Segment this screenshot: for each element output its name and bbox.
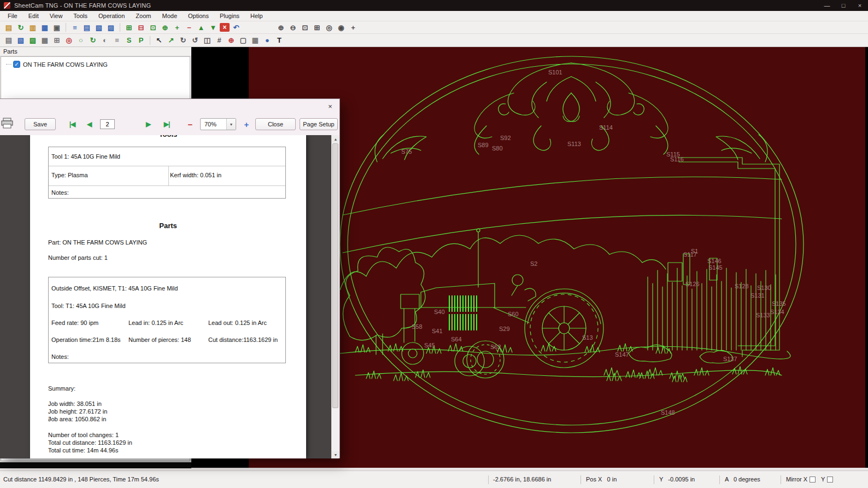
dialog-title-bar[interactable]: ×: [0, 99, 339, 113]
mirror-y-label: Y: [821, 476, 825, 483]
path-start-icon[interactable]: ○: [75, 36, 86, 45]
menu-tools[interactable]: Tools: [68, 11, 93, 21]
zoom-out-button[interactable]: −: [185, 118, 196, 130]
menu-view[interactable]: View: [44, 11, 68, 21]
duplicate-part-icon[interactable]: ⊡: [148, 22, 159, 32]
operations-list-icon[interactable]: ▨: [105, 22, 116, 32]
print-icon[interactable]: [1, 118, 13, 130]
save-button[interactable]: Save: [25, 118, 56, 130]
import-part-icon[interactable]: ⊕: [160, 22, 171, 32]
mirror-x-checkbox[interactable]: [810, 477, 816, 483]
show-toolpaths-icon[interactable]: ▨: [27, 36, 38, 45]
sheetcam-logo-icon: [4, 2, 10, 9]
menu-options[interactable]: Options: [183, 11, 214, 21]
first-page-button[interactable]: |◀: [65, 118, 79, 130]
dialog-close-icon[interactable]: ×: [325, 102, 336, 111]
mirror-part-icon[interactable]: ◫: [202, 36, 213, 45]
menu-plugins[interactable]: Plugins: [214, 11, 245, 21]
undo-icon[interactable]: ↶: [231, 22, 242, 32]
zoom-material-icon[interactable]: ◉: [336, 22, 347, 32]
move-down-icon[interactable]: ▼: [208, 22, 219, 32]
rotate-ccw-icon[interactable]: ↺: [190, 36, 201, 45]
save-job-icon[interactable]: ▦: [39, 22, 50, 32]
measure-icon[interactable]: #: [214, 36, 225, 45]
remove-part-icon[interactable]: ⊟: [136, 22, 146, 32]
menu-zoom[interactable]: Zoom: [130, 11, 156, 21]
last-page-button[interactable]: ▶|: [160, 118, 174, 130]
next-page-button[interactable]: ▶: [142, 118, 154, 130]
show-origin-icon[interactable]: ◎: [63, 36, 74, 45]
preview-scrollbar[interactable]: ▲ ▼: [331, 135, 339, 458]
path-tool-icon[interactable]: P: [136, 36, 146, 45]
add-operation-icon[interactable]: +: [172, 22, 183, 32]
zoom-out-icon[interactable]: ⊖: [288, 22, 298, 32]
path-label: S135: [772, 300, 786, 307]
status-separator: [719, 475, 720, 484]
material-options-icon[interactable]: ▤: [81, 22, 92, 32]
feed-rate: Feed rate: 90 ipm: [51, 319, 98, 326]
path-label: S145: [708, 264, 723, 271]
path-label: S80: [492, 145, 503, 152]
select-contour-icon[interactable]: ↗: [166, 36, 177, 45]
zoom-drawing-icon[interactable]: ◎: [324, 22, 335, 32]
scrollbar-thumb[interactable]: [332, 143, 338, 408]
zoom-in-icon[interactable]: ⊕: [275, 22, 286, 32]
move-up-icon[interactable]: ▲: [196, 22, 207, 32]
tool-info-box: Tool 1: 45A 10G Fine Mild Type: Plasma K…: [48, 147, 286, 199]
zoom-level-select[interactable]: 70% ▼: [200, 118, 236, 130]
page-setup-button[interactable]: Page Setup: [300, 118, 338, 130]
show-rapids-icon[interactable]: ▩: [39, 36, 50, 45]
show-cut-path-icon[interactable]: ◐: [99, 36, 110, 45]
path-label: S62: [490, 344, 501, 350]
page-number-input[interactable]: [100, 119, 115, 129]
status-separator: [580, 475, 581, 484]
path-label: S64: [451, 336, 462, 342]
select-arrow-icon[interactable]: ↖: [154, 36, 165, 45]
maximize-button[interactable]: □: [835, 0, 852, 11]
open-job-icon[interactable]: ▥: [27, 22, 38, 32]
minimize-button[interactable]: —: [819, 0, 835, 11]
show-part-names-icon[interactable]: ≡: [112, 36, 122, 45]
pan-view-icon[interactable]: +: [348, 22, 359, 32]
simulation-icon[interactable]: ●: [262, 36, 273, 45]
menu-help[interactable]: Help: [245, 11, 268, 21]
path-label: S92: [500, 135, 511, 141]
plate-marker-icon[interactable]: ▢: [238, 36, 249, 45]
job-options-icon[interactable]: ≡: [69, 22, 80, 32]
scroll-up-icon[interactable]: ▲: [332, 135, 339, 143]
scroll-down-icon[interactable]: ▼: [332, 451, 339, 458]
chevron-down-icon[interactable]: ▼: [226, 119, 236, 130]
close-preview-button[interactable]: Close: [255, 118, 296, 130]
parts-list-icon[interactable]: ▧: [93, 22, 104, 32]
selection-box-icon[interactable]: ▦: [250, 36, 261, 45]
path-label: S75: [401, 148, 412, 155]
reload-drawing-icon[interactable]: ↻: [15, 22, 26, 32]
menu-edit[interactable]: Edit: [23, 11, 44, 21]
spline-tool-icon[interactable]: S: [124, 36, 134, 45]
parts-tree-item[interactable]: ✓ ON THE FARM COWS LAYING: [1, 57, 190, 68]
mirror-y-checkbox[interactable]: [827, 477, 833, 483]
remove-operation-icon[interactable]: −: [184, 22, 195, 32]
add-part-icon[interactable]: ⊞: [124, 22, 134, 32]
print-icon[interactable]: ▣: [51, 22, 62, 32]
menu-operation[interactable]: Operation: [93, 11, 130, 21]
show-material-icon[interactable]: ▤: [3, 36, 14, 45]
text-tool-icon[interactable]: T: [274, 36, 285, 45]
rotate-cw-icon[interactable]: ↻: [178, 36, 189, 45]
show-layers-icon[interactable]: ▧: [15, 36, 26, 45]
menu-mode[interactable]: Mode: [156, 11, 183, 21]
zoom-extents-icon[interactable]: ⊞: [312, 22, 322, 32]
show-grid-icon[interactable]: ⊞: [51, 36, 62, 45]
delete-icon[interactable]: ×: [220, 23, 230, 32]
zoom-window-icon[interactable]: ⊡: [300, 22, 310, 32]
zoom-in-button[interactable]: +: [241, 118, 252, 130]
path-label: S40: [434, 309, 445, 315]
open-drawing-icon[interactable]: ▤: [3, 22, 14, 32]
path-direction-icon[interactable]: ↻: [87, 36, 98, 45]
close-button[interactable]: ×: [852, 0, 868, 11]
previous-page-button[interactable]: ◀: [83, 118, 95, 130]
set-origin-icon[interactable]: ⊕: [226, 36, 237, 45]
menu-file[interactable]: File: [2, 11, 23, 21]
part-checkbox-icon[interactable]: ✓: [13, 61, 20, 68]
path-label: S148: [661, 409, 675, 416]
